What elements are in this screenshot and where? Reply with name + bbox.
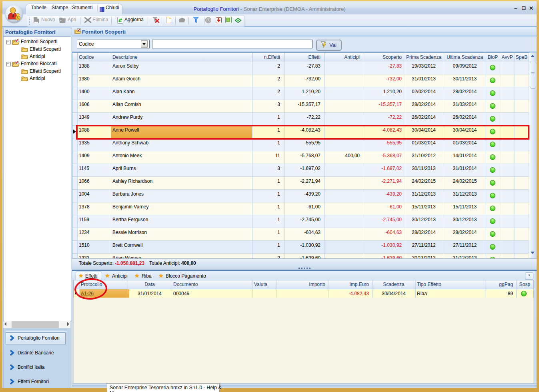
svg-text:$: $	[16, 16, 19, 20]
